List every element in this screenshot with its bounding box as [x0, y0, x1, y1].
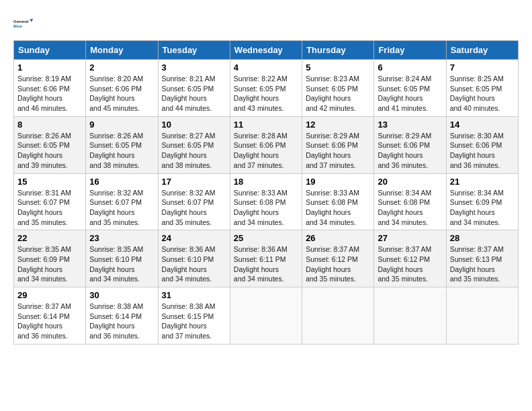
calendar-cell: 31 Sunrise: 8:38 AMSunset: 6:15 PMDaylig…	[158, 287, 230, 345]
calendar-cell: 30 Sunrise: 8:38 AMSunset: 6:14 PMDaylig…	[86, 287, 158, 345]
svg-text:General: General	[13, 19, 29, 24]
day-number: 1	[17, 62, 82, 73]
day-number: 27	[378, 233, 442, 243]
calendar-cell: 28 Sunrise: 8:37 AMSunset: 6:13 PMDaylig…	[446, 230, 518, 287]
calendar-cell: 1 Sunrise: 8:19 AMSunset: 6:06 PMDayligh…	[14, 60, 86, 117]
day-number: 19	[306, 177, 370, 187]
day-number: 5	[306, 62, 370, 73]
day-info: Sunrise: 8:33 AMSunset: 6:08 PMDaylight …	[306, 189, 359, 226]
day-number: 25	[234, 233, 298, 243]
day-info: Sunrise: 8:26 AMSunset: 6:05 PMDaylight …	[17, 132, 71, 169]
calendar-cell: 11 Sunrise: 8:28 AMSunset: 6:06 PMDaylig…	[230, 116, 302, 173]
day-number: 23	[89, 233, 154, 243]
day-info: Sunrise: 8:37 AMSunset: 6:13 PMDaylight …	[450, 245, 504, 283]
day-info: Sunrise: 8:32 AMSunset: 6:07 PMDaylight …	[89, 189, 143, 226]
day-number: 20	[378, 177, 442, 187]
day-number: 14	[450, 120, 515, 130]
day-info: Sunrise: 8:36 AMSunset: 6:10 PMDaylight …	[162, 245, 216, 283]
day-info: Sunrise: 8:37 AMSunset: 6:14 PMDaylight …	[17, 302, 71, 340]
day-info: Sunrise: 8:31 AMSunset: 6:07 PMDaylight …	[17, 189, 71, 226]
svg-marker-2	[30, 19, 33, 22]
day-number: 4	[234, 62, 298, 73]
calendar-cell: 17 Sunrise: 8:32 AMSunset: 6:07 PMDaylig…	[158, 173, 230, 230]
day-number: 28	[450, 233, 515, 243]
day-info: Sunrise: 8:19 AMSunset: 6:06 PMDaylight …	[17, 75, 71, 112]
calendar-cell: 24 Sunrise: 8:36 AMSunset: 6:10 PMDaylig…	[158, 230, 230, 287]
day-number: 3	[162, 62, 226, 73]
calendar-cell: 27 Sunrise: 8:37 AMSunset: 6:12 PMDaylig…	[374, 230, 446, 287]
calendar-week-row: 8 Sunrise: 8:26 AMSunset: 6:05 PMDayligh…	[14, 116, 519, 173]
page-header: GeneralBlue	[13, 13, 519, 34]
calendar-cell: 2 Sunrise: 8:20 AMSunset: 6:06 PMDayligh…	[86, 60, 158, 117]
weekday-header: Monday	[86, 41, 158, 60]
day-info: Sunrise: 8:24 AMSunset: 6:05 PMDaylight …	[378, 75, 431, 112]
logo-icon: GeneralBlue	[13, 13, 34, 34]
day-number: 31	[162, 290, 226, 300]
day-number: 2	[89, 62, 154, 73]
day-number: 12	[306, 120, 370, 130]
calendar-week-row: 29 Sunrise: 8:37 AMSunset: 6:14 PMDaylig…	[14, 287, 519, 345]
day-number: 18	[234, 177, 298, 187]
calendar-cell: 21 Sunrise: 8:34 AMSunset: 6:09 PMDaylig…	[446, 173, 518, 230]
day-info: Sunrise: 8:34 AMSunset: 6:08 PMDaylight …	[378, 189, 431, 226]
calendar-cell: 3 Sunrise: 8:21 AMSunset: 6:05 PMDayligh…	[158, 60, 230, 117]
weekday-header-row: SundayMondayTuesdayWednesdayThursdayFrid…	[14, 41, 519, 60]
calendar-cell: 7 Sunrise: 8:25 AMSunset: 6:05 PMDayligh…	[446, 60, 518, 117]
weekday-header: Sunday	[14, 41, 86, 60]
day-info: Sunrise: 8:35 AMSunset: 6:09 PMDaylight …	[17, 245, 71, 283]
day-info: Sunrise: 8:36 AMSunset: 6:11 PMDaylight …	[234, 245, 287, 283]
calendar-cell: 6 Sunrise: 8:24 AMSunset: 6:05 PMDayligh…	[374, 60, 446, 117]
day-info: Sunrise: 8:25 AMSunset: 6:05 PMDaylight …	[450, 75, 504, 112]
day-info: Sunrise: 8:22 AMSunset: 6:05 PMDaylight …	[234, 75, 287, 112]
calendar-cell	[446, 287, 518, 345]
calendar-cell: 13 Sunrise: 8:29 AMSunset: 6:06 PMDaylig…	[374, 116, 446, 173]
calendar-cell	[230, 287, 302, 345]
weekday-header: Wednesday	[230, 41, 302, 60]
day-info: Sunrise: 8:26 AMSunset: 6:05 PMDaylight …	[89, 132, 143, 169]
day-number: 16	[89, 177, 154, 187]
calendar-cell: 22 Sunrise: 8:35 AMSunset: 6:09 PMDaylig…	[14, 230, 86, 287]
calendar-cell: 5 Sunrise: 8:23 AMSunset: 6:05 PMDayligh…	[302, 60, 374, 117]
weekday-header: Friday	[374, 41, 446, 60]
day-number: 17	[162, 177, 226, 187]
day-info: Sunrise: 8:37 AMSunset: 6:12 PMDaylight …	[378, 245, 431, 283]
day-info: Sunrise: 8:27 AMSunset: 6:05 PMDaylight …	[162, 132, 216, 169]
day-info: Sunrise: 8:34 AMSunset: 6:09 PMDaylight …	[450, 189, 504, 226]
day-info: Sunrise: 8:28 AMSunset: 6:06 PMDaylight …	[234, 132, 287, 169]
calendar-cell: 23 Sunrise: 8:35 AMSunset: 6:10 PMDaylig…	[86, 230, 158, 287]
calendar-cell: 26 Sunrise: 8:37 AMSunset: 6:12 PMDaylig…	[302, 230, 374, 287]
calendar-table: SundayMondayTuesdayWednesdayThursdayFrid…	[13, 40, 519, 345]
day-info: Sunrise: 8:23 AMSunset: 6:05 PMDaylight …	[306, 75, 359, 112]
day-number: 8	[17, 120, 82, 130]
calendar-cell: 18 Sunrise: 8:33 AMSunset: 6:08 PMDaylig…	[230, 173, 302, 230]
calendar-cell: 12 Sunrise: 8:29 AMSunset: 6:06 PMDaylig…	[302, 116, 374, 173]
calendar-cell: 8 Sunrise: 8:26 AMSunset: 6:05 PMDayligh…	[14, 116, 86, 173]
day-info: Sunrise: 8:29 AMSunset: 6:06 PMDaylight …	[378, 132, 431, 169]
logo: GeneralBlue	[13, 13, 34, 34]
weekday-header: Tuesday	[158, 41, 230, 60]
day-info: Sunrise: 8:21 AMSunset: 6:05 PMDaylight …	[162, 75, 216, 112]
day-info: Sunrise: 8:20 AMSunset: 6:06 PMDaylight …	[89, 75, 143, 112]
day-number: 21	[450, 177, 515, 187]
calendar-cell: 19 Sunrise: 8:33 AMSunset: 6:08 PMDaylig…	[302, 173, 374, 230]
day-number: 22	[17, 233, 82, 243]
svg-text:Blue: Blue	[13, 24, 23, 28]
calendar-cell: 14 Sunrise: 8:30 AMSunset: 6:06 PMDaylig…	[446, 116, 518, 173]
day-info: Sunrise: 8:37 AMSunset: 6:12 PMDaylight …	[306, 245, 359, 283]
day-number: 7	[450, 62, 515, 73]
day-number: 26	[306, 233, 370, 243]
day-number: 30	[89, 290, 154, 300]
calendar-week-row: 15 Sunrise: 8:31 AMSunset: 6:07 PMDaylig…	[14, 173, 519, 230]
day-number: 13	[378, 120, 442, 130]
day-number: 10	[162, 120, 226, 130]
weekday-header: Thursday	[302, 41, 374, 60]
day-number: 11	[234, 120, 298, 130]
calendar-cell	[302, 287, 374, 345]
day-info: Sunrise: 8:38 AMSunset: 6:14 PMDaylight …	[89, 302, 143, 340]
calendar-cell: 16 Sunrise: 8:32 AMSunset: 6:07 PMDaylig…	[86, 173, 158, 230]
day-number: 29	[17, 290, 82, 300]
day-number: 15	[17, 177, 82, 187]
day-info: Sunrise: 8:38 AMSunset: 6:15 PMDaylight …	[162, 302, 216, 340]
calendar-cell: 20 Sunrise: 8:34 AMSunset: 6:08 PMDaylig…	[374, 173, 446, 230]
calendar-cell	[374, 287, 446, 345]
